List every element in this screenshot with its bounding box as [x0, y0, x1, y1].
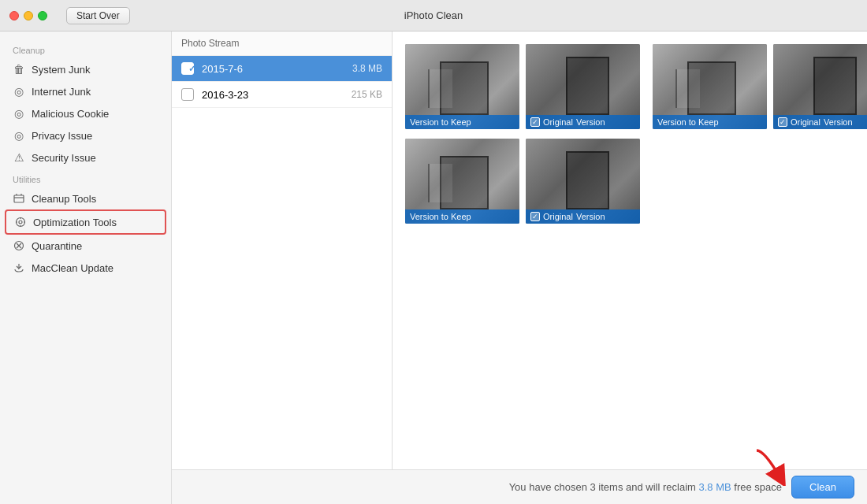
- photo-group-1-original: ✓ Original Version: [526, 44, 640, 129]
- sidebar-label-cleanup-tools: Cleanup Tools: [32, 193, 96, 205]
- photo-label-3: Version to Keep: [405, 209, 519, 224]
- photo-row-1: Version to Keep ✓ Original Version: [405, 44, 854, 129]
- security-icon: ⚠: [13, 151, 25, 164]
- photo-label-1: Version to Keep: [405, 115, 519, 129]
- trash-icon: 🗑: [13, 63, 25, 76]
- close-button[interactable]: [9, 11, 19, 20]
- sidebar-item-macclean-update[interactable]: MacClean Update: [0, 257, 171, 279]
- clean-button[interactable]: Clean: [791, 476, 854, 498]
- status-bar: You have chosen 3 items and will reclaim…: [172, 469, 867, 504]
- file-list: ✓ 2015-7-6 3.8 MB 2016-3-23 215 KB: [172, 56, 392, 469]
- cleanup-section-label: Cleanup: [0, 39, 171, 58]
- sidebar-label-internet-junk: Internet Junk: [32, 86, 91, 98]
- content-area: Photo Stream ✓ 2015-7-6 3.8 MB 2016-3-23…: [172, 32, 867, 504]
- main-layout: Cleanup 🗑 System Junk ◎ Internet Junk ◎ …: [0, 32, 867, 504]
- cleanup-tools-icon: [13, 192, 25, 205]
- title-bar: Start Over iPhoto Clean: [0, 0, 867, 32]
- sidebar-item-optimization-tools[interactable]: Optimization Tools: [5, 209, 166, 235]
- sidebar-label-security-issue: Security Issue: [32, 152, 96, 164]
- window-title: iPhoto Clean: [404, 9, 463, 21]
- version-to-keep-label-2: Version to Keep: [657, 117, 719, 127]
- photo-label-2: Version to Keep: [653, 115, 767, 129]
- photo-group-2: Version to Keep: [653, 44, 767, 129]
- file-size-2: 215 KB: [352, 89, 382, 100]
- photo-group-2-original: ✓ Original Version: [773, 44, 867, 129]
- sidebar-item-malicious-cookie[interactable]: ◎ Malicious Cookie: [0, 102, 171, 124]
- privacy-icon: ◎: [13, 129, 25, 142]
- file-name-2: 2016-3-23: [202, 89, 352, 101]
- original-label-2: Original: [791, 117, 820, 127]
- photo-preview-panel: Version to Keep ✓ Original Version: [393, 32, 867, 469]
- photo-label-original-1: ✓ Original Version: [526, 115, 640, 129]
- svg-rect-0: [14, 195, 24, 202]
- maximize-button[interactable]: [38, 11, 47, 20]
- file-list-panel: Photo Stream ✓ 2015-7-6 3.8 MB 2016-3-23…: [172, 32, 393, 469]
- original-label-1: Original: [543, 117, 573, 127]
- file-checkbox-2[interactable]: [181, 88, 194, 101]
- version-label-2: Version: [824, 117, 853, 127]
- sidebar-item-security-issue[interactable]: ⚠ Security Issue: [0, 146, 171, 169]
- sidebar: Cleanup 🗑 System Junk ◎ Internet Junk ◎ …: [0, 32, 172, 504]
- photo-label-original-3: ✓ Original Version: [526, 209, 640, 224]
- photo-label-original-2: ✓ Original Version: [773, 115, 867, 129]
- svg-point-5: [19, 220, 22, 224]
- file-list-header: Photo Stream: [172, 32, 392, 56]
- internet-icon: ◎: [13, 85, 25, 98]
- status-text-before: You have chosen 3 items and will reclaim: [509, 481, 699, 493]
- photo-original-3: ✓ Original Version: [526, 139, 640, 224]
- sidebar-label-macclean-update: MacClean Update: [32, 262, 113, 274]
- traffic-lights: [9, 11, 47, 20]
- photo-original-2: ✓ Original Version: [773, 44, 867, 129]
- file-size-1: 3.8 MB: [352, 63, 382, 74]
- panels: Photo Stream ✓ 2015-7-6 3.8 MB 2016-3-23…: [172, 32, 867, 469]
- file-row[interactable]: ✓ 2015-7-6 3.8 MB: [172, 56, 392, 82]
- photo-check-icon-1[interactable]: ✓: [530, 117, 540, 127]
- status-highlight: 3.8 MB: [699, 481, 731, 493]
- photo-version-3: Version to Keep: [405, 139, 519, 224]
- original-label-3: Original: [543, 212, 573, 221]
- version-to-keep-label-1: Version to Keep: [410, 117, 471, 127]
- photo-version-2: Version to Keep: [653, 44, 767, 129]
- photo-group-1: Version to Keep: [405, 44, 519, 129]
- photo-original-1: ✓ Original Version: [526, 44, 640, 129]
- minimize-button[interactable]: [24, 11, 33, 20]
- sidebar-label-system-junk: System Junk: [32, 64, 90, 76]
- update-icon: [13, 261, 25, 274]
- photo-check-icon-2[interactable]: ✓: [778, 117, 787, 127]
- file-row[interactable]: 2016-3-23 215 KB: [172, 82, 392, 108]
- cookie-icon: ◎: [13, 107, 25, 120]
- file-name-1: 2015-7-6: [202, 63, 352, 75]
- red-arrow-icon: [749, 447, 796, 486]
- sidebar-label-privacy-issue: Privacy Issue: [32, 130, 92, 142]
- photo-version-1: Version to Keep: [405, 44, 519, 129]
- sidebar-item-privacy-issue[interactable]: ◎ Privacy Issue: [0, 124, 171, 146]
- arrow-container: [749, 447, 796, 489]
- optimization-icon: [14, 216, 27, 228]
- start-over-button[interactable]: Start Over: [66, 7, 130, 24]
- sidebar-label-malicious-cookie: Malicious Cookie: [32, 108, 109, 120]
- file-checkbox-1[interactable]: ✓: [181, 62, 194, 75]
- utilities-section-label: Utilities: [0, 169, 171, 187]
- status-text: You have chosen 3 items and will reclaim…: [509, 481, 782, 493]
- photo-group-3: Version to Keep: [405, 139, 519, 224]
- sidebar-item-cleanup-tools[interactable]: Cleanup Tools: [0, 187, 171, 209]
- photo-group-3-original: ✓ Original Version: [526, 139, 640, 224]
- version-to-keep-label-3: Version to Keep: [410, 212, 471, 221]
- photo-row-2: Version to Keep ✓ Original Version: [405, 139, 854, 224]
- sidebar-label-optimization-tools: Optimization Tools: [33, 217, 117, 228]
- photo-check-icon-3[interactable]: ✓: [530, 212, 540, 221]
- sidebar-item-quarantine[interactable]: Quarantine: [0, 235, 171, 257]
- quarantine-icon: [13, 239, 25, 252]
- sidebar-item-system-junk[interactable]: 🗑 System Junk: [0, 58, 171, 80]
- sidebar-label-quarantine: Quarantine: [32, 240, 82, 252]
- version-label-3: Version: [576, 212, 605, 221]
- svg-point-4: [17, 218, 25, 227]
- sidebar-item-internet-junk[interactable]: ◎ Internet Junk: [0, 80, 171, 102]
- version-label-1: Version: [576, 117, 605, 127]
